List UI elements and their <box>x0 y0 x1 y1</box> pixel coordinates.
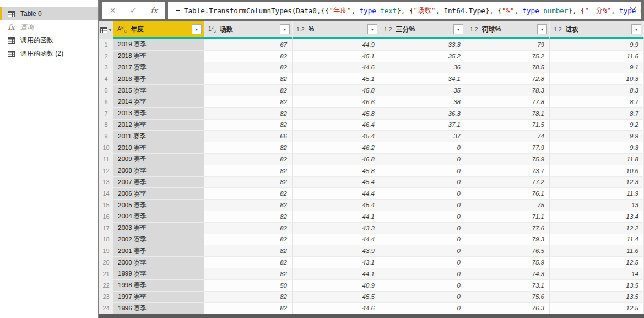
table-cell[interactable]: 9.9 <box>550 39 644 50</box>
filter-dropdown-button[interactable]: ▼ <box>280 24 290 34</box>
table-cell[interactable]: 2001 赛季 <box>113 245 204 256</box>
table-cell[interactable]: 11.6 <box>550 245 644 256</box>
table-cell[interactable]: 44.1 <box>293 268 380 279</box>
table-cell[interactable]: 43.9 <box>293 245 380 256</box>
filter-dropdown-button[interactable]: ▼ <box>192 24 202 34</box>
table-cell[interactable]: 43.3 <box>293 223 380 234</box>
table-cell[interactable]: 82 <box>204 223 293 234</box>
table-cell[interactable]: 45.1 <box>293 51 380 62</box>
table-cell[interactable]: 76.5 <box>466 245 550 256</box>
column-header-2[interactable]: 123场数▼ <box>204 21 293 39</box>
table-cell[interactable]: 82 <box>204 142 293 153</box>
table-cell[interactable]: 11.6 <box>550 51 644 62</box>
filter-dropdown-button[interactable]: ▼ <box>367 24 377 34</box>
table-cell[interactable]: 40.9 <box>293 280 380 291</box>
table-cell[interactable]: 11.8 <box>550 154 644 165</box>
table-cell[interactable]: 0 <box>380 245 466 256</box>
table-cell[interactable]: 9.9 <box>550 131 644 142</box>
table-cell[interactable]: 46.8 <box>293 154 380 165</box>
formula-expand-chevron-icon[interactable] <box>629 6 637 11</box>
table-cell[interactable]: 82 <box>204 200 293 211</box>
table-cell[interactable]: 14 <box>550 268 644 279</box>
sidebar-item[interactable]: 调用的函数 <box>0 34 98 47</box>
table-cell[interactable]: 13.5 <box>550 280 644 291</box>
table-cell[interactable]: 76.1 <box>466 188 550 199</box>
table-cell[interactable]: 82 <box>204 85 293 96</box>
table-cell[interactable]: 2016 赛季 <box>113 73 204 84</box>
table-cell[interactable]: 13.5 <box>550 292 644 303</box>
table-cell[interactable]: 2002 赛季 <box>113 234 204 245</box>
table-cell[interactable]: 8.7 <box>550 108 644 119</box>
table-cell[interactable]: 0 <box>380 142 466 153</box>
table-cell[interactable]: 67 <box>204 39 293 50</box>
table-cell[interactable]: 2019 赛季 <box>113 39 204 50</box>
table-cell[interactable]: 8.3 <box>550 85 644 96</box>
table-cell[interactable]: 0 <box>380 303 466 314</box>
table-cell[interactable]: 45.8 <box>293 108 380 119</box>
table-cell[interactable]: 45.5 <box>293 292 380 303</box>
table-cell[interactable]: 78.5 <box>466 62 550 73</box>
table-cell[interactable]: 37.1 <box>380 120 466 131</box>
table-cell[interactable]: 82 <box>204 257 293 268</box>
table-cell[interactable]: 82 <box>204 108 293 119</box>
horizontal-scrollbar[interactable] <box>99 314 644 318</box>
table-cell[interactable]: 76.3 <box>466 303 550 314</box>
table-cell[interactable]: 66 <box>204 131 293 142</box>
table-cell[interactable]: 82 <box>204 234 293 245</box>
table-cell[interactable]: 0 <box>380 223 466 234</box>
table-cell[interactable]: 82 <box>204 292 293 303</box>
table-cell[interactable]: 44.6 <box>293 62 380 73</box>
table-cell[interactable]: 46.6 <box>293 96 380 107</box>
fx-icon[interactable]: fx <box>150 6 158 15</box>
column-header-3[interactable]: 1.2%▼ <box>293 21 380 39</box>
table-cell[interactable]: 0 <box>380 257 466 268</box>
table-cell[interactable]: 1996 赛季 <box>113 303 204 314</box>
sidebar-item[interactable]: fx查询 <box>0 20 98 34</box>
table-cell[interactable]: 2009 赛季 <box>113 154 204 165</box>
table-cell[interactable]: 0 <box>380 268 466 279</box>
table-cell[interactable]: 35 <box>380 85 466 96</box>
table-cell[interactable]: 82 <box>204 51 293 62</box>
table-cell[interactable]: 2018 赛季 <box>113 51 204 62</box>
column-header-1[interactable]: ABC年度▼ <box>113 21 204 39</box>
table-cell[interactable]: 82 <box>204 154 293 165</box>
table-cell[interactable]: 0 <box>380 165 466 176</box>
table-cell[interactable]: 77.9 <box>466 142 550 153</box>
table-cell[interactable]: 9.2 <box>550 120 644 131</box>
table-cell[interactable]: 82 <box>204 165 293 176</box>
table-cell[interactable]: 82 <box>204 245 293 256</box>
table-cell[interactable]: 2000 赛季 <box>113 257 204 268</box>
table-cell[interactable]: 2008 赛季 <box>113 165 204 176</box>
table-cell[interactable]: 77.8 <box>466 96 550 107</box>
table-cell[interactable]: 0 <box>380 188 466 199</box>
table-cell[interactable]: 78.3 <box>466 85 550 96</box>
table-cell[interactable]: 44.4 <box>293 234 380 245</box>
table-cell[interactable]: 2017 赛季 <box>113 62 204 73</box>
table-cell[interactable]: 36.3 <box>380 108 466 119</box>
column-header-5[interactable]: 1.2罚球%▼ <box>466 21 550 39</box>
cancel-icon[interactable]: ✕ <box>110 7 116 14</box>
table-cell[interactable]: 73.7 <box>466 165 550 176</box>
table-cell[interactable]: 37 <box>380 131 466 142</box>
filter-dropdown-button[interactable]: ▼ <box>631 24 641 34</box>
table-cell[interactable]: 79.3 <box>466 234 550 245</box>
table-cell[interactable]: 10.6 <box>550 165 644 176</box>
table-cell[interactable]: 2012 赛季 <box>113 120 204 131</box>
table-cell[interactable]: 82 <box>204 73 293 84</box>
table-cell[interactable]: 75.9 <box>466 257 550 268</box>
table-cell[interactable]: 9.3 <box>550 142 644 153</box>
table-cell[interactable]: 0 <box>380 280 466 291</box>
table-cell[interactable]: 1997 赛季 <box>113 292 204 303</box>
table-cell[interactable]: 10.3 <box>550 73 644 84</box>
table-cell[interactable]: 2015 赛季 <box>113 85 204 96</box>
table-cell[interactable]: 34.1 <box>380 73 466 84</box>
table-cell[interactable]: 2003 赛季 <box>113 223 204 234</box>
table-cell[interactable]: 36 <box>380 62 466 73</box>
filter-dropdown-button[interactable]: ▼ <box>453 24 463 34</box>
column-header-6[interactable]: 1.2进攻▼ <box>550 21 644 39</box>
sidebar-item[interactable]: 调用的函数 (2) <box>0 47 98 60</box>
sidebar-item[interactable]: Table 0 <box>0 7 98 20</box>
table-cell[interactable]: 44.9 <box>293 39 380 50</box>
table-cell[interactable]: 74.3 <box>466 268 550 279</box>
table-cell[interactable]: 75.2 <box>466 51 550 62</box>
